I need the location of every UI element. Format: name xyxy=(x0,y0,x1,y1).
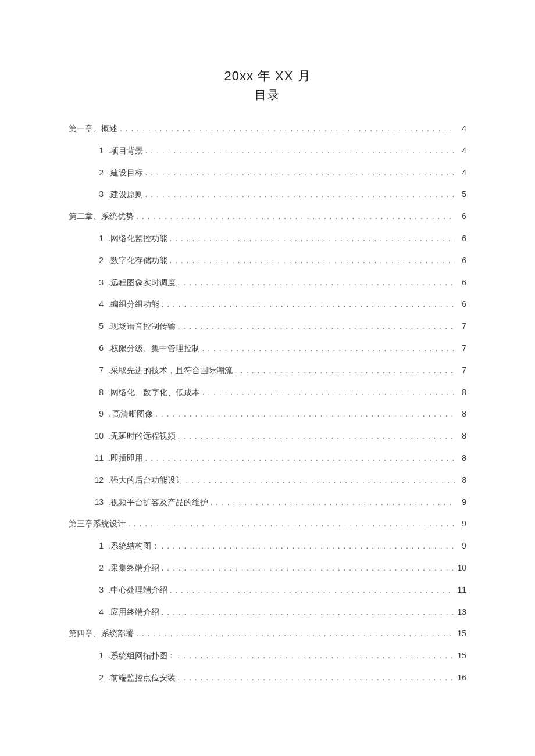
toc-item-number: 2 xyxy=(90,673,104,683)
toc-item-number: 3 xyxy=(90,585,104,595)
toc-page-number: 9 xyxy=(457,541,466,551)
toc-item-entry: 7.采取先进的技术，且符合国际潮流7 xyxy=(69,366,466,376)
toc-item-number: 11 xyxy=(90,453,104,463)
toc-item-label: .前端监控点位安装 xyxy=(108,673,176,683)
toc-item-entry: 2.建设目标4 xyxy=(69,168,466,178)
toc-item-label: .建设原则 xyxy=(108,190,143,200)
toc-page-number: 11 xyxy=(457,585,466,595)
toc-page-number: 4 xyxy=(457,124,466,134)
toc-item-entry: 4.编组分组功能6 xyxy=(69,299,466,310)
toc-item-entry: 9. 高清晰图像8 xyxy=(69,409,466,420)
toc-item-label: .系统结构图： xyxy=(108,542,159,551)
toc-chapter-label: 第三章系统设计 xyxy=(69,519,126,529)
toc-item-entry: 2.采集终端介绍10 xyxy=(69,563,466,574)
toc-item-number: 5 xyxy=(90,321,104,331)
toc-page-number: 10 xyxy=(457,563,466,573)
toc-item-entry: 3.建设原则5 xyxy=(69,189,466,200)
table-of-contents: 第一章、概述41.项目背景42.建设目标43.建设原则5第二章、系统优势61.网… xyxy=(69,124,466,683)
toc-item-label: .现场语音控制传输 xyxy=(108,322,176,332)
toc-page-number: 8 xyxy=(457,409,466,419)
toc-chapter-label: 第二章、系统优势 xyxy=(69,212,134,222)
toc-leader-dots xyxy=(170,585,455,595)
toc-page-number: 4 xyxy=(457,146,466,156)
toc-leader-dots xyxy=(202,388,455,397)
toc-chapter-entry: 第一章、概述4 xyxy=(69,124,466,134)
toc-page-number: 8 xyxy=(457,475,466,485)
toc-leader-dots xyxy=(136,212,455,221)
toc-item-entry: 1.网络化监控功能6 xyxy=(69,234,466,244)
toc-item-label: .数字化存储功能 xyxy=(108,256,167,266)
toc-page-number: 16 xyxy=(457,673,466,683)
toc-leader-dots xyxy=(170,234,455,243)
toc-item-label: .采集终端介绍 xyxy=(108,564,159,574)
document-page: 20xx 年 XX 月 目录 第一章、概述41.项目背景42.建设目标43.建设… xyxy=(0,0,535,683)
toc-page-number: 8 xyxy=(457,388,466,397)
toc-leader-dots xyxy=(170,256,455,266)
toc-item-label: .远程图像实时调度 xyxy=(108,278,176,288)
toc-chapter-entry: 第三章系统设计9 xyxy=(69,519,466,529)
toc-leader-dots xyxy=(145,453,455,463)
toc-leader-dots xyxy=(128,519,455,529)
toc-item-label: .编组分组功能 xyxy=(108,300,159,310)
toc-page-number: 15 xyxy=(457,629,466,639)
toc-item-label: .无延时的远程视频 xyxy=(108,432,176,442)
toc-item-number: 6 xyxy=(90,343,104,353)
toc-item-number: 2 xyxy=(90,256,104,266)
toc-leader-dots xyxy=(145,146,455,156)
toc-leader-dots xyxy=(155,409,455,419)
toc-item-label: .权限分级、集中管理控制 xyxy=(108,344,200,354)
toc-leader-dots xyxy=(235,366,455,375)
toc-item-entry: 1.项目背景4 xyxy=(69,146,466,156)
toc-chapter-entry: 第二章、系统优势6 xyxy=(69,212,466,222)
toc-page-number: 6 xyxy=(457,256,466,266)
date-line: 20xx 年 XX 月 xyxy=(69,67,466,85)
toc-item-entry: 3.远程图像实时调度6 xyxy=(69,278,466,288)
toc-page-number: 9 xyxy=(457,497,466,507)
toc-leader-dots xyxy=(202,343,455,353)
toc-page-number: 8 xyxy=(457,431,466,441)
toc-item-number: 7 xyxy=(90,366,104,375)
toc-leader-dots xyxy=(162,607,455,617)
toc-item-label: .采取先进的技术，且符合国际潮流 xyxy=(108,366,233,376)
toc-item-label: . 高清晰图像 xyxy=(108,410,153,420)
toc-item-number: 1 xyxy=(90,651,104,661)
toc-leader-dots xyxy=(162,563,455,573)
toc-item-number: 1 xyxy=(90,541,104,551)
toc-chapter-entry: 第四章、系统部署15 xyxy=(69,629,466,639)
toc-item-label: .系统组网拓扑图： xyxy=(108,651,176,661)
toc-item-number: 13 xyxy=(90,497,104,507)
toc-leader-dots xyxy=(178,431,455,441)
toc-item-label: .应用终端介绍 xyxy=(108,608,159,618)
toc-page-number: 15 xyxy=(457,651,466,661)
toc-item-entry: 13.视频平台扩容及产品的维护9 xyxy=(69,497,466,508)
toc-item-entry: 1.系统组网拓扑图：15 xyxy=(69,651,466,661)
toc-leader-dots xyxy=(178,673,455,683)
toc-item-entry: 8.网络化、数字化、低成本8 xyxy=(69,388,466,398)
toc-item-number: 9 xyxy=(90,409,104,419)
toc-item-entry: 12.强大的后台功能设计8 xyxy=(69,475,466,486)
toc-item-number: 1 xyxy=(90,146,104,156)
toc-leader-dots xyxy=(211,497,455,507)
toc-leader-dots xyxy=(162,541,455,551)
toc-leader-dots xyxy=(145,168,455,178)
toc-chapter-label: 第一章、概述 xyxy=(69,124,117,134)
toc-item-entry: 4.应用终端介绍13 xyxy=(69,607,466,618)
toc-chapter-label: 第四章、系统部署 xyxy=(69,629,134,639)
toc-item-label: .网络化监控功能 xyxy=(108,234,167,244)
title-block: 20xx 年 XX 月 目录 xyxy=(69,67,466,103)
toc-page-number: 8 xyxy=(457,453,466,463)
toc-item-label: .即插即用 xyxy=(108,454,143,464)
toc-page-number: 7 xyxy=(457,343,466,353)
toc-page-number: 7 xyxy=(457,366,466,375)
toc-item-entry: 10.无延时的远程视频8 xyxy=(69,431,466,442)
toc-item-number: 3 xyxy=(90,278,104,288)
toc-page-number: 6 xyxy=(457,299,466,309)
toc-item-label: .项目背景 xyxy=(108,146,143,156)
toc-page-number: 5 xyxy=(457,189,466,199)
toc-item-number: 4 xyxy=(90,607,104,617)
toc-item-label: .网络化、数字化、低成本 xyxy=(108,388,200,398)
toc-item-number: 12 xyxy=(90,475,104,485)
toc-page-number: 4 xyxy=(457,168,466,178)
toc-page-number: 6 xyxy=(457,234,466,243)
toc-item-label: .视频平台扩容及产品的维护 xyxy=(108,498,208,508)
